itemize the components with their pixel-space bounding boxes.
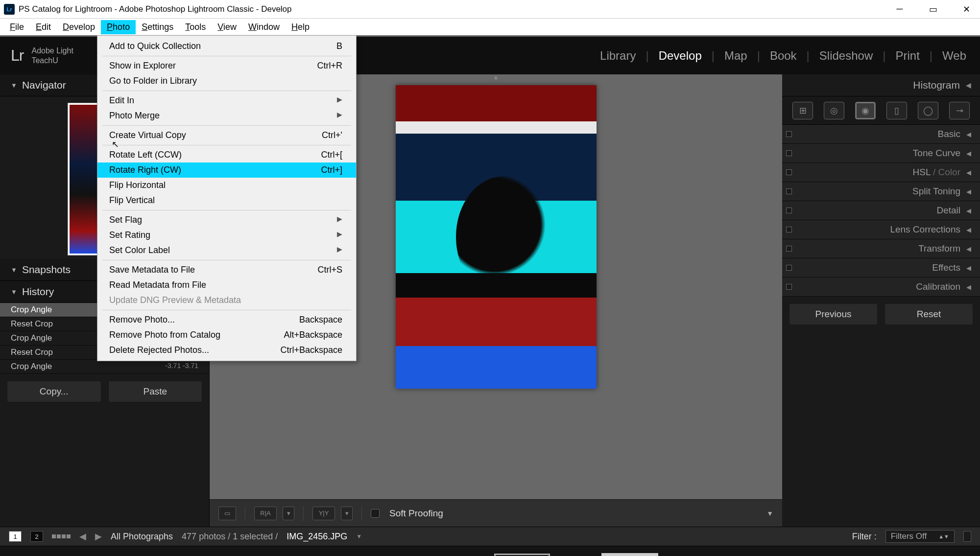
menu-item-photo-merge[interactable]: Photo Merge▶ (97, 108, 356, 123)
menu-window[interactable]: Window (242, 20, 286, 34)
graduated-filter-icon[interactable]: ▯ (886, 102, 907, 119)
menu-item-read-metadata-from-file[interactable]: Read Metadata from File (97, 278, 356, 293)
panel-toggle-icon[interactable] (786, 246, 792, 252)
panel-hsl-color[interactable]: HSL / Color◀ (782, 163, 980, 182)
menu-item-create-virtual-copy[interactable]: Create Virtual CopyCtrl+' (97, 128, 356, 143)
radial-filter-icon[interactable]: ◯ (918, 102, 938, 119)
panel-collapse-icon[interactable]: ◀ (966, 283, 971, 291)
soft-proofing-checkbox[interactable] (371, 509, 380, 518)
before-after-yy-button[interactable]: Y|Y (312, 507, 335, 520)
panel-collapse-icon[interactable]: ◀ (966, 188, 971, 195)
back-arrow-icon[interactable]: ◀ (79, 531, 86, 542)
menu-develop[interactable]: Develop (57, 20, 101, 34)
module-develop[interactable]: Develop (656, 49, 705, 63)
panel-tone-curve[interactable]: Tone Curve◀ (782, 144, 980, 163)
filter-select[interactable]: Filters Off▲▼ (885, 530, 955, 543)
module-separator: | (883, 49, 885, 63)
panel-collapse-icon[interactable]: ◀ (966, 264, 971, 272)
before-after-yy-arrow-button[interactable]: ▾ (341, 507, 353, 520)
panel-transform[interactable]: Transform◀ (782, 239, 980, 258)
minimize-button[interactable]: ─ (890, 4, 909, 15)
menu-item-delete-rejected-photos[interactable]: Delete Rejected Photos...Ctrl+Backspace (97, 343, 356, 358)
loupe-view-button[interactable]: ▭ (218, 507, 236, 520)
menu-item-flip-horizontal[interactable]: Flip Horizontal (97, 178, 356, 193)
menu-photo[interactable]: Photo (101, 20, 136, 34)
panel-calibration[interactable]: Calibration◀ (782, 278, 980, 297)
filter-lock-icon[interactable] (963, 531, 971, 542)
adjustment-brush-icon[interactable]: ⊸ (949, 102, 970, 119)
module-web[interactable]: Web (939, 49, 969, 63)
menu-item-rotate-left-ccw[interactable]: Rotate Left (CCW)Ctrl+[ (97, 147, 356, 162)
module-library[interactable]: Library (597, 49, 639, 63)
before-after-ra-button[interactable]: R|A (254, 507, 277, 520)
menu-tools[interactable]: Tools (179, 20, 212, 34)
main-window-chip[interactable]: 1 (9, 531, 22, 542)
panel-collapse-top-icon[interactable]: ▲ (493, 73, 499, 81)
grid-view-icon[interactable] (52, 534, 71, 538)
panel-collapse-icon[interactable]: ◀ (966, 245, 971, 253)
panel-toggle-icon[interactable] (786, 265, 792, 271)
second-window-chip[interactable]: 2 (30, 531, 43, 542)
panel-collapse-icon[interactable]: ◀ (966, 169, 971, 176)
panel-label: Basic (938, 129, 960, 139)
menu-help[interactable]: Help (286, 20, 315, 34)
panel-lens-corrections[interactable]: Lens Corrections◀ (782, 220, 980, 239)
panel-toggle-icon[interactable] (786, 188, 792, 194)
filmstrip[interactable]: ★★★★★ (0, 546, 980, 556)
close-button[interactable]: ✕ (956, 4, 976, 15)
panel-toggle-icon[interactable] (786, 131, 792, 137)
copy-button[interactable]: Copy... (7, 381, 101, 402)
menu-item-rotate-right-cw[interactable]: Rotate Right (CW)Ctrl+] (97, 162, 356, 178)
crop-tool-icon[interactable]: ⊞ (792, 102, 813, 119)
menu-item-set-color-label[interactable]: Set Color Label▶ (97, 243, 356, 258)
menu-item-go-to-folder-in-library[interactable]: Go to Folder in Library (97, 73, 356, 89)
module-map[interactable]: Map (721, 49, 750, 63)
spot-removal-icon[interactable]: ◎ (824, 102, 844, 119)
panel-toggle-icon[interactable] (786, 208, 792, 213)
paste-button[interactable]: Paste (108, 381, 203, 402)
panel-toggle-icon[interactable] (786, 150, 792, 156)
menu-item-add-to-quick-collection[interactable]: Add to Quick CollectionB (97, 39, 356, 54)
panel-toggle-icon[interactable] (786, 227, 792, 232)
menu-item-set-flag[interactable]: Set Flag▶ (97, 212, 356, 228)
menu-item-remove-photo[interactable]: Remove Photo...Backspace (97, 312, 356, 327)
filename-dropdown-icon[interactable]: ▼ (356, 533, 362, 540)
panel-detail[interactable]: Detail◀ (782, 201, 980, 220)
panel-split-toning[interactable]: Split Toning◀ (782, 182, 980, 201)
panel-collapse-icon[interactable]: ◀ (966, 150, 971, 157)
panel-collapse-icon[interactable]: ◀ (966, 226, 971, 233)
panel-basic[interactable]: Basic◀ (782, 125, 980, 144)
panel-toggle-icon[interactable] (786, 284, 792, 290)
history-item[interactable]: Crop Angle-3.71 -3.71 (0, 360, 209, 374)
panel-toggle-icon[interactable] (786, 169, 792, 175)
menu-item-remove-photo-from-catalog[interactable]: Remove Photo from CatalogAlt+Backspace (97, 327, 356, 343)
menu-item-set-rating[interactable]: Set Rating▶ (97, 228, 356, 243)
previous-button[interactable]: Previous (789, 303, 878, 325)
panel-effects[interactable]: Effects◀ (782, 258, 980, 278)
forward-arrow-icon[interactable]: ▶ (95, 531, 102, 542)
filmstrip-source[interactable]: All Photographs (111, 532, 173, 542)
maximize-button[interactable]: ▭ (923, 4, 943, 15)
redeye-tool-icon[interactable]: ◉ (855, 102, 876, 119)
menu-file[interactable]: File (4, 20, 30, 34)
histogram-header[interactable]: Histogram◀ (782, 74, 980, 96)
main-photo[interactable] (396, 85, 597, 389)
before-after-arrow-button[interactable]: ▾ (283, 507, 294, 520)
menu-separator (102, 125, 351, 126)
menu-item-flip-vertical[interactable]: Flip Vertical (97, 193, 356, 208)
panel-collapse-icon[interactable]: ◀ (966, 207, 971, 214)
toolbar-chevron-icon[interactable]: ▼ (766, 510, 773, 517)
history-title: History (22, 286, 54, 298)
filmstrip-filename[interactable]: IMG_2456.JPG (287, 532, 347, 542)
menu-item-save-metadata-to-file[interactable]: Save Metadata to FileCtrl+S (97, 262, 356, 278)
menu-view[interactable]: View (212, 20, 242, 34)
module-slideshow[interactable]: Slideshow (816, 49, 876, 63)
panel-collapse-icon[interactable]: ◀ (966, 131, 971, 138)
module-book[interactable]: Book (767, 49, 800, 63)
reset-button[interactable]: Reset (884, 303, 973, 325)
menu-item-edit-in[interactable]: Edit In▶ (97, 93, 356, 108)
menu-edit[interactable]: Edit (30, 20, 57, 34)
module-print[interactable]: Print (892, 49, 922, 63)
menu-settings[interactable]: Settings (136, 20, 179, 34)
menu-item-show-in-explorer[interactable]: Show in ExplorerCtrl+R (97, 58, 356, 73)
